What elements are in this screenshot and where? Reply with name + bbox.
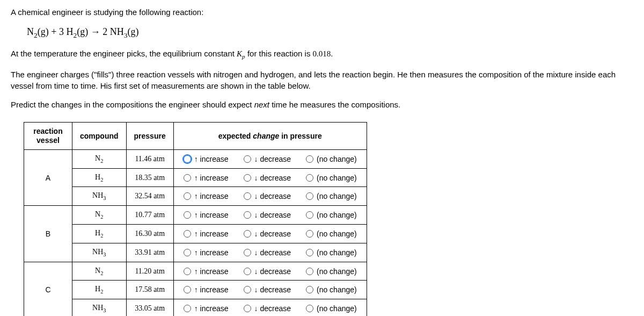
option-label: ↑ increase	[194, 304, 229, 313]
radio-icon[interactable]	[306, 305, 313, 312]
compound-cell: N2	[72, 262, 127, 281]
option-label: (no change)	[317, 267, 357, 276]
intro-line-2: At the temperature the engineer picks, t…	[11, 48, 633, 61]
table-row: BN210.77 atm↑ increase↓ decrease(no chan…	[24, 206, 367, 225]
reaction-equation: N2(g) + 3 H2(g) → 2 NH3(g)	[27, 25, 633, 40]
option-label: ↑ increase	[194, 229, 229, 238]
option-decrease[interactable]: ↓ decrease	[244, 192, 291, 200]
radio-icon[interactable]	[244, 305, 251, 312]
option-label: ↓ decrease	[254, 192, 291, 200]
option-decrease[interactable]: ↓ decrease	[244, 267, 291, 276]
vessel-label: C	[24, 262, 72, 316]
option-label: ↑ increase	[194, 285, 229, 294]
pressure-cell: 11.46 atm	[126, 149, 173, 168]
compound-cell: H2	[72, 168, 127, 187]
option-label: (no change)	[317, 174, 357, 182]
option-increase[interactable]: ↑ increase	[184, 155, 229, 163]
option-increase[interactable]: ↑ increase	[184, 304, 229, 313]
pressure-cell: 11.20 atm	[126, 262, 173, 281]
compound-cell: NH3	[72, 187, 127, 206]
option-increase[interactable]: ↑ increase	[184, 248, 229, 257]
radio-icon[interactable]	[244, 192, 251, 200]
radio-icon[interactable]	[244, 174, 251, 182]
option-label: (no change)	[317, 304, 357, 313]
option-increase[interactable]: ↑ increase	[184, 267, 229, 276]
option-decrease[interactable]: ↓ decrease	[244, 174, 291, 182]
option-decrease[interactable]: ↓ decrease	[244, 285, 291, 294]
option-no-change[interactable]: (no change)	[306, 155, 357, 163]
option-decrease[interactable]: ↓ decrease	[244, 229, 291, 238]
radio-icon[interactable]	[244, 155, 251, 163]
radio-icon[interactable]	[184, 249, 191, 256]
option-label: ↑ increase	[194, 211, 229, 219]
option-increase[interactable]: ↑ increase	[184, 192, 229, 200]
option-increase[interactable]: ↑ increase	[184, 174, 229, 182]
option-label: ↓ decrease	[254, 267, 291, 276]
pressure-cell: 18.35 atm	[126, 168, 173, 187]
option-no-change[interactable]: (no change)	[306, 229, 357, 238]
radio-icon[interactable]	[184, 268, 191, 275]
expected-change-cell: ↑ increase↓ decrease(no change)	[173, 281, 367, 299]
option-decrease[interactable]: ↓ decrease	[244, 304, 291, 313]
option-label: (no change)	[317, 155, 357, 163]
radio-icon[interactable]	[184, 192, 191, 200]
compound-cell: N2	[72, 149, 127, 168]
radio-icon[interactable]	[184, 155, 191, 163]
option-decrease[interactable]: ↓ decrease	[244, 155, 291, 163]
option-increase[interactable]: ↑ increase	[184, 285, 229, 294]
option-label: ↓ decrease	[254, 174, 291, 182]
intro-line-3: The engineer charges ("fills") three rea…	[11, 69, 633, 91]
pressure-cell: 32.54 atm	[126, 187, 173, 206]
radio-icon[interactable]	[184, 286, 191, 293]
radio-icon[interactable]	[306, 174, 313, 182]
option-no-change[interactable]: (no change)	[306, 174, 357, 182]
compound-cell: H2	[72, 225, 127, 243]
radio-icon[interactable]	[244, 230, 251, 238]
radio-icon[interactable]	[244, 286, 251, 293]
option-label: ↓ decrease	[254, 229, 291, 238]
radio-icon[interactable]	[184, 230, 191, 238]
option-increase[interactable]: ↑ increase	[184, 229, 229, 238]
option-decrease[interactable]: ↓ decrease	[244, 211, 291, 219]
option-label: (no change)	[317, 211, 357, 219]
option-label: ↓ decrease	[254, 211, 291, 219]
option-no-change[interactable]: (no change)	[306, 192, 357, 200]
hdr-compound: compound	[72, 123, 127, 150]
radio-icon[interactable]	[306, 155, 313, 163]
hdr-pressure: pressure	[126, 123, 173, 150]
radio-icon[interactable]	[244, 268, 251, 275]
option-label: ↑ increase	[194, 267, 229, 276]
radio-icon[interactable]	[306, 192, 313, 200]
option-no-change[interactable]: (no change)	[306, 211, 357, 219]
compound-cell: H2	[72, 281, 127, 299]
expected-change-cell: ↑ increase↓ decrease(no change)	[173, 149, 367, 168]
radio-icon[interactable]	[306, 286, 313, 293]
option-label: ↓ decrease	[254, 155, 291, 163]
hdr-vessel: reactionvessel	[24, 123, 72, 150]
option-no-change[interactable]: (no change)	[306, 304, 357, 313]
option-label: ↑ increase	[194, 192, 229, 200]
option-label: (no change)	[317, 229, 357, 238]
radio-icon[interactable]	[306, 230, 313, 238]
radio-icon[interactable]	[184, 211, 191, 219]
radio-icon[interactable]	[306, 268, 313, 275]
option-decrease[interactable]: ↓ decrease	[244, 248, 291, 257]
option-no-change[interactable]: (no change)	[306, 248, 357, 257]
option-increase[interactable]: ↑ increase	[184, 211, 229, 219]
vessel-label: B	[24, 206, 72, 262]
option-no-change[interactable]: (no change)	[306, 285, 357, 294]
kp-value: 0.018	[313, 49, 331, 58]
compound-cell: NH3	[72, 299, 127, 316]
option-no-change[interactable]: (no change)	[306, 267, 357, 276]
option-label: (no change)	[317, 248, 357, 257]
radio-icon[interactable]	[244, 249, 251, 256]
expected-change-cell: ↑ increase↓ decrease(no change)	[173, 168, 367, 187]
radio-icon[interactable]	[306, 211, 313, 219]
radio-icon[interactable]	[184, 174, 191, 182]
option-label: ↓ decrease	[254, 248, 291, 257]
hdr-expected-change: expected change in pressure	[173, 123, 367, 150]
radio-icon[interactable]	[184, 305, 191, 312]
table-row: NH333.91 atm↑ increase↓ decrease(no chan…	[24, 243, 367, 262]
radio-icon[interactable]	[306, 249, 313, 256]
radio-icon[interactable]	[244, 211, 251, 219]
